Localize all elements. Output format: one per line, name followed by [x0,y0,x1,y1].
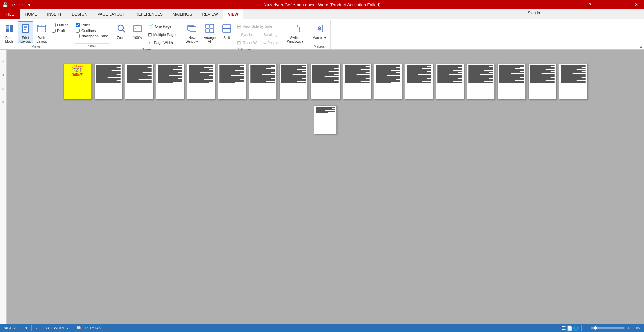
ribbon-collapse-button[interactable]: ▲ [638,43,644,49]
zoom-in-button[interactable]: + [626,325,631,331]
split-button[interactable]: Split [219,21,234,43]
svg-rect-19 [190,27,196,32]
maximize-button[interactable]: □ [613,0,629,9]
reset-window-icon: ⊞ [237,40,241,45]
customize-qat-icon[interactable]: ▼ [25,1,33,8]
macros-icon: ⚙ [315,24,324,35]
print-layout-icon [21,24,30,35]
title-bar: 💾 ↩ ↪ ▼ Nazariyeh-Gofteman.docx - Word (… [0,0,644,9]
show-group: Ruler Gridlines Navigation Pane Show [72,20,112,49]
tab-mailings[interactable]: MAILINGS [168,9,197,19]
page-16-thumbnail [528,64,556,99]
signin-link[interactable]: Sign in [528,11,594,15]
svg-point-12 [40,25,40,26]
view-side-by-side-icon: ⊟ [237,24,241,29]
page-2-thumbnail [94,64,122,99]
tab-home[interactable]: HOME [20,9,42,19]
read-mode-button[interactable]: ReadMode [2,21,17,43]
zoom-level[interactable]: 10% [634,326,641,330]
tab-file[interactable]: FILE [0,9,20,19]
page-9-thumbnail [310,64,340,99]
page-13-thumbnail [436,64,464,99]
nav-pane-check[interactable] [76,34,80,38]
new-window-button[interactable]: NewWindow [183,21,200,43]
draft-check[interactable] [52,29,56,33]
multiple-pages-button[interactable]: ⊞ Multiple Pages [146,31,179,38]
save-icon[interactable]: 💾 [1,1,9,8]
one-page-button[interactable]: 📄 One Page [146,23,179,30]
web-layout-button[interactable]: WebLayout [34,21,49,43]
macros-group-label: Macros [310,44,328,49]
ruler-checkbox[interactable]: Ruler [75,23,109,27]
svg-rect-21 [206,24,209,28]
tab-view[interactable]: VIEW [223,9,244,19]
svg-rect-23 [206,29,209,33]
first-page-content: تحقیق آنلاین مرجع دانلودفایل - پاورپوینت… [64,64,91,99]
view-side-by-side-button[interactable]: ⊟ View Side by Side [235,23,282,30]
zoom-button[interactable]: Zoom [114,21,129,43]
macros-group: ⚙ Macros ▾ Macros [308,20,331,49]
arrange-all-button[interactable]: ArrangeAll [201,21,218,43]
svg-rect-5 [23,24,28,33]
new-window-icon [187,24,197,35]
zoom-out-button[interactable]: − [584,325,590,331]
sync-scrolling-button[interactable]: ↕ Synchronous Scrolling [235,31,282,38]
tab-page-layout[interactable]: PAGE LAYOUT [92,9,130,19]
pages-container: تحقیق آنلاین مرجع دانلودفایل - پاورپوینت… [63,50,587,164]
zoom-100-button[interactable]: 100 100% [130,21,145,43]
document-area: تحقیق آنلاین مرجع دانلودفایل - پاورپوینت… [7,50,644,324]
zoom-100-icon: 100 [133,24,142,35]
tab-review[interactable]: REVIEW [197,9,223,19]
page-row-1: تحقیق آنلاین مرجع دانلودفایل - پاورپوینت… [63,64,587,99]
page-width-button[interactable]: ↔ Page Width [146,39,179,46]
zoom-label: Zoom [117,36,126,40]
read-mode-icon [5,24,14,35]
status-web-layout-icon[interactable]: 🌐 [573,325,579,331]
redo-icon[interactable]: ↪ [17,1,25,8]
switch-windows-button[interactable]: SwitchWindows ▾ [285,21,306,43]
read-mode-label: ReadMode [5,36,13,43]
page-14-thumbnail [467,64,495,99]
close-button[interactable]: ✕ [629,0,644,9]
status-bar: PAGE 2 OF 18 2 OF 8317 WORDS 📖 PERSIAN ☰… [0,324,644,332]
zoom-track[interactable] [591,327,625,329]
zoom-thumb[interactable] [594,326,597,330]
svg-text:⚙: ⚙ [317,26,321,31]
views-group-label: Views [2,44,70,49]
page-info: PAGE 2 OF 18 [3,326,27,330]
one-page-icon: 📄 [148,24,154,29]
window-controls: ? — □ ✕ [582,0,644,9]
split-label: Split [223,36,230,40]
status-read-mode-icon[interactable]: ☰ [561,325,566,331]
undo-icon[interactable]: ↩ [9,1,17,8]
page-10-thumbnail [343,64,371,99]
svg-rect-1 [10,25,13,32]
macros-button[interactable]: ⚙ Macros ▾ [310,21,328,43]
draft-checkbox[interactable]: Draft [51,28,69,33]
status-print-layout-icon[interactable]: 📄 [567,325,572,331]
show-group-label: Show [74,43,110,49]
ruler-check[interactable] [76,23,80,27]
gridlines-check[interactable] [76,29,80,33]
page-8-thumbnail [279,64,308,99]
help-button[interactable]: ? [582,0,598,9]
ribbon-content: ReadMode PrintLayout [0,19,644,50]
tab-insert[interactable]: INSERT [42,9,67,19]
tab-design[interactable]: DESIGN [67,9,92,19]
page-18-thumbnail [314,105,337,134]
print-layout-button[interactable]: PrintLayout [18,21,33,43]
views-group: ReadMode PrintLayout [0,20,72,49]
tab-references[interactable]: REFERENCES [130,9,168,19]
reset-window-position-button[interactable]: ⊞ Reset Window Position [235,39,282,46]
gridlines-checkbox[interactable]: Gridlines [75,28,109,33]
outline-check[interactable] [52,23,56,27]
arrange-all-label: ArrangeAll [204,36,216,43]
language: PERSIAN [85,326,101,330]
svg-text:100: 100 [135,27,140,31]
multiple-pages-icon: ⊞ [148,32,152,37]
minimize-button[interactable]: — [598,0,613,9]
outline-checkbox[interactable]: Outline [51,23,69,27]
web-layout-icon [37,24,46,35]
nav-pane-checkbox[interactable]: Navigation Pane [75,34,109,38]
page-3-thumbnail [125,64,153,99]
